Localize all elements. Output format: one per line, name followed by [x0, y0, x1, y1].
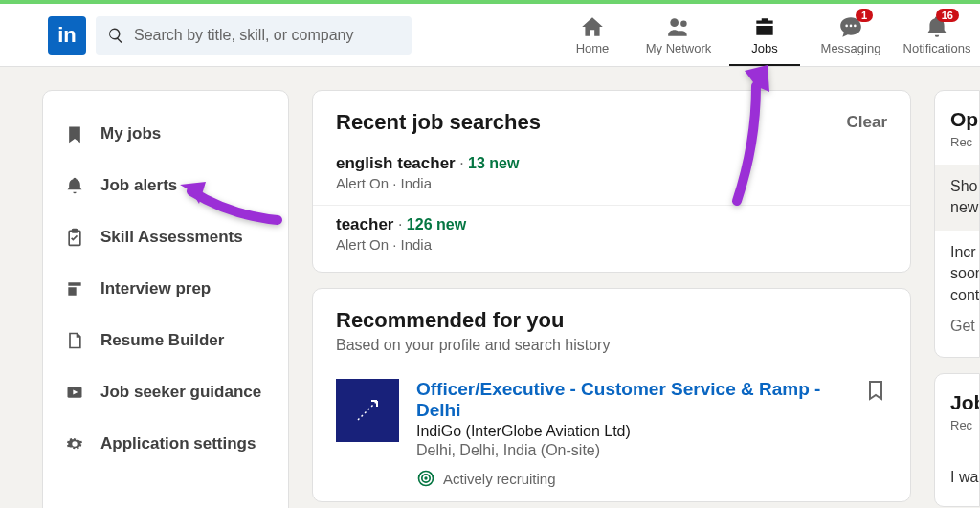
clipboard-icon — [62, 225, 87, 250]
notifications-badge: 16 — [936, 9, 959, 22]
search-input[interactable]: Search by title, skill, or company — [96, 16, 412, 55]
search-icon — [107, 27, 124, 44]
top-nav: in Search by title, skill, or company Ho… — [0, 4, 980, 67]
svg-rect-6 — [73, 230, 78, 232]
search-row[interactable]: teacher · 126 new Alert On · India — [313, 206, 910, 272]
sidebar-application-settings[interactable]: Application settings — [43, 418, 288, 470]
clear-button[interactable]: Clear — [846, 113, 887, 132]
sidebar: My jobs Job alerts Skill Assessments Int… — [42, 90, 289, 508]
messaging-badge: 1 — [856, 9, 873, 22]
gear-icon — [62, 431, 87, 456]
nav-jobs[interactable]: Jobs — [722, 4, 808, 66]
sidebar-my-jobs[interactable]: My jobs — [43, 108, 288, 160]
recent-searches-title: Recent job searches — [336, 110, 541, 135]
bell-icon — [62, 173, 87, 198]
right-panel-bottom: Job Rec I wa — [934, 373, 980, 507]
play-icon — [62, 380, 87, 405]
svg-point-2 — [845, 25, 848, 28]
sidebar-interview-prep[interactable]: Interview prep — [43, 263, 288, 315]
svg-point-1 — [680, 21, 687, 28]
search-placeholder: Search by title, skill, or company — [134, 27, 353, 44]
job-title-link[interactable]: Officer/Executive - Customer Service & R… — [416, 379, 847, 421]
nav-notifications[interactable]: 16 Notifications — [894, 4, 980, 66]
sidebar-job-alerts[interactable]: Job alerts — [43, 160, 288, 211]
page-icon — [62, 328, 87, 353]
recruiting-status: Actively recruiting — [416, 469, 847, 488]
search-row[interactable]: english teacher · 13 new Alert On · Indi… — [313, 144, 910, 206]
bookmark-icon — [62, 121, 87, 146]
svg-point-4 — [854, 25, 857, 28]
save-job-button[interactable] — [864, 379, 887, 488]
briefcase-icon — [752, 14, 777, 39]
job-listing[interactable]: Officer/Executive - Customer Service & R… — [313, 369, 910, 501]
recommended-card: Recommended for you Based on your profil… — [312, 288, 911, 502]
svg-point-10 — [425, 477, 427, 479]
sidebar-resume-builder[interactable]: Resume Builder — [43, 315, 288, 366]
sidebar-job-seeker-guidance[interactable]: Job seeker guidance — [43, 366, 288, 418]
home-icon — [580, 14, 605, 39]
nav-messaging[interactable]: 1 Messaging — [808, 4, 894, 66]
linkedin-logo[interactable]: in — [48, 16, 86, 55]
nav-home[interactable]: Home — [549, 4, 635, 66]
nav-network[interactable]: My Network — [635, 4, 722, 66]
right-panel-top: Op Rec Shonew Incr soon cont Get — [934, 90, 980, 358]
recent-searches-card: Recent job searches Clear english teache… — [312, 90, 911, 273]
svg-point-0 — [670, 18, 679, 27]
bookmark-outline-icon — [864, 379, 887, 402]
target-icon — [416, 469, 435, 488]
job-company: IndiGo (InterGlobe Aviation Ltd) — [416, 423, 847, 440]
job-location: Delhi, Delhi, India (On-site) — [416, 442, 847, 459]
sidebar-skill-assessments[interactable]: Skill Assessments — [43, 211, 288, 263]
people-icon — [666, 14, 691, 39]
document-icon — [62, 276, 87, 301]
svg-point-3 — [850, 25, 853, 28]
recommended-title: Recommended for you — [336, 308, 564, 333]
company-logo — [336, 379, 399, 442]
